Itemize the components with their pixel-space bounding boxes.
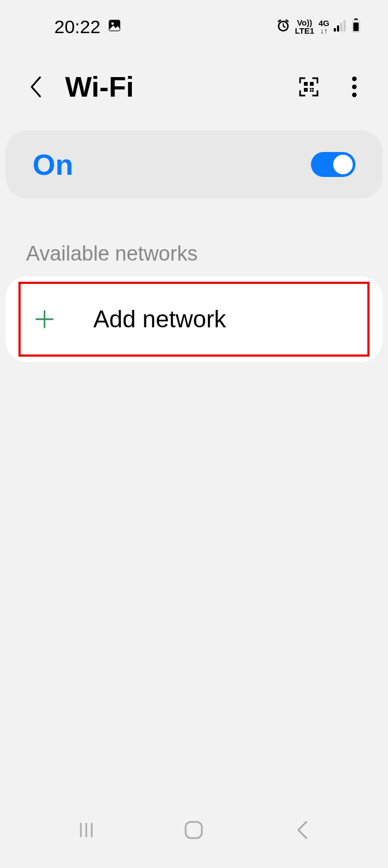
svg-rect-15: [310, 90, 311, 92]
add-network-label: Add network: [93, 306, 226, 333]
svg-rect-23: [186, 822, 202, 838]
svg-rect-6: [344, 20, 346, 31]
svg-rect-9: [353, 23, 359, 31]
battery-icon: [351, 18, 361, 35]
volte-indicator: Vo)) LTE1: [295, 18, 314, 35]
svg-rect-16: [312, 88, 314, 90]
nav-back-button[interactable]: [285, 814, 318, 846]
svg-point-18: [352, 85, 357, 89]
svg-rect-11: [310, 82, 314, 86]
navigation-bar: [0, 803, 388, 857]
signal-icon: [334, 20, 347, 34]
qr-scan-button[interactable]: [297, 75, 321, 99]
network-list: Add network: [5, 276, 383, 362]
svg-rect-4: [337, 26, 339, 31]
add-network-button[interactable]: Add network: [18, 282, 370, 357]
toggle-thumb: [332, 154, 354, 175]
svg-rect-14: [312, 90, 314, 92]
app-header: Wi-Fi: [0, 38, 388, 119]
svg-rect-13: [310, 88, 311, 90]
status-right: Vo)) LTE1 4G ↓↑: [276, 18, 361, 35]
available-networks-header: Available networks: [0, 210, 388, 276]
plus-icon: [34, 308, 55, 330]
svg-point-17: [352, 77, 357, 81]
back-button[interactable]: [22, 73, 49, 100]
wifi-toggle-card[interactable]: On: [5, 130, 383, 199]
status-left: 20:22: [54, 16, 122, 37]
header-actions: [297, 75, 366, 99]
svg-rect-12: [304, 88, 308, 92]
status-bar: 20:22 Vo)) LTE1 4G ↓↑: [0, 0, 388, 38]
picture-icon: [107, 18, 122, 35]
recents-button[interactable]: [70, 814, 103, 846]
network-type-indicator: 4G ↓↑: [319, 19, 329, 35]
svg-point-1: [111, 22, 114, 25]
home-button[interactable]: [177, 814, 210, 846]
more-options-button[interactable]: [342, 75, 366, 99]
page-title: Wi-Fi: [65, 71, 297, 103]
wifi-status-label: On: [33, 148, 73, 181]
svg-rect-5: [340, 23, 342, 31]
status-time: 20:22: [54, 16, 100, 37]
svg-rect-3: [334, 28, 336, 31]
alarm-icon: [276, 18, 290, 35]
svg-point-19: [352, 93, 357, 97]
wifi-toggle-switch[interactable]: [311, 152, 355, 177]
svg-rect-10: [304, 82, 308, 86]
